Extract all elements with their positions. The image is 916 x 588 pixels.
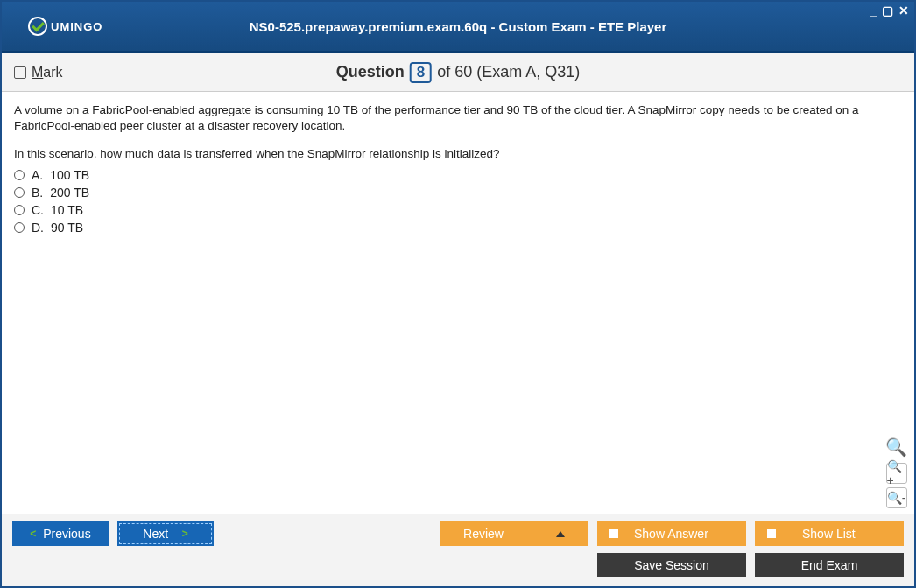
radio-icon — [14, 187, 25, 198]
window-controls: _ ▢ ✕ — [870, 4, 909, 18]
checkbox-icon — [14, 66, 26, 79]
minimize-button[interactable]: _ — [870, 4, 877, 18]
option-c[interactable]: C. 10 TB — [14, 201, 902, 219]
square-icon — [767, 529, 776, 538]
option-letter: B. — [32, 186, 43, 200]
option-b[interactable]: B. 200 TB — [14, 184, 902, 201]
chevron-right-icon: > — [182, 528, 188, 540]
previous-button[interactable]: < Previous — [12, 522, 109, 546]
option-text: 200 TB — [50, 186, 89, 200]
end-exam-button[interactable]: End Exam — [755, 553, 904, 578]
footer-row-2: Save Session End Exam — [12, 553, 904, 578]
question-number-input[interactable]: 8 — [410, 62, 432, 83]
option-text: 100 TB — [50, 168, 89, 182]
search-icon[interactable]: 🔍 — [885, 437, 907, 458]
review-label: Review — [463, 527, 504, 541]
show-answer-button[interactable]: Show Answer — [597, 522, 746, 546]
close-button[interactable]: ✕ — [898, 4, 909, 18]
logo-text: UMINGO — [51, 20, 102, 33]
zoom-out-button[interactable]: 🔍- — [886, 487, 907, 508]
option-text: 90 TB — [51, 220, 83, 234]
question-header: Mark Question 8 of 60 (Exam A, Q31) — [2, 53, 914, 92]
mark-label: Mark — [32, 65, 63, 80]
logo-check-icon — [28, 17, 47, 36]
show-answer-label: Show Answer — [634, 527, 708, 541]
titlebar: UMINGO NS0-525.prepaway.premium.exam.60q… — [2, 2, 914, 51]
option-letter: D. — [32, 220, 44, 234]
next-button[interactable]: Next > — [117, 522, 214, 546]
radio-icon — [14, 170, 25, 180]
chevron-left-icon: < — [30, 528, 36, 540]
square-icon — [609, 529, 618, 538]
question-total: of 60 (Exam A, Q31) — [437, 63, 580, 81]
question-stem-1: A volume on a FabricPool-enabled aggrega… — [14, 102, 902, 134]
show-list-label: Show List — [802, 527, 856, 541]
triangle-up-icon — [556, 531, 565, 537]
radio-icon — [14, 222, 25, 233]
app-logo: UMINGO — [28, 17, 102, 36]
option-letter: A. — [32, 168, 43, 182]
option-text: 10 TB — [51, 203, 83, 217]
option-a[interactable]: A. 100 TB — [14, 166, 902, 184]
show-list-button[interactable]: Show List — [755, 522, 904, 546]
question-content: A volume on a FabricPool-enabled aggrega… — [2, 92, 914, 514]
option-d[interactable]: D. 90 TB — [14, 219, 902, 236]
footer-row-1: < Previous Next > Review Show Answer Sho… — [12, 522, 904, 546]
footer: < Previous Next > Review Show Answer Sho… — [2, 514, 914, 586]
save-session-button[interactable]: Save Session — [597, 553, 746, 578]
previous-label: Previous — [43, 527, 90, 541]
review-button[interactable]: Review — [440, 522, 588, 546]
window-title: NS0-525.prepaway.premium.exam.60q - Cust… — [250, 19, 667, 34]
maximize-button[interactable]: ▢ — [882, 4, 893, 18]
answer-options: A. 100 TB B. 200 TB C. 10 TB D. 90 TB — [14, 166, 902, 236]
next-label: Next — [143, 527, 168, 541]
mark-checkbox[interactable]: Mark — [14, 65, 63, 80]
save-session-label: Save Session — [634, 558, 709, 572]
question-word: Question — [336, 63, 405, 81]
end-exam-label: End Exam — [801, 558, 858, 572]
question-stem-2: In this scenario, how much data is trans… — [14, 146, 902, 162]
zoom-controls: 🔍 🔍+ 🔍- — [885, 437, 907, 508]
zoom-in-button[interactable]: 🔍+ — [886, 463, 907, 484]
question-position: Question 8 of 60 (Exam A, Q31) — [336, 62, 581, 83]
radio-icon — [14, 205, 25, 215]
option-letter: C. — [32, 203, 44, 217]
